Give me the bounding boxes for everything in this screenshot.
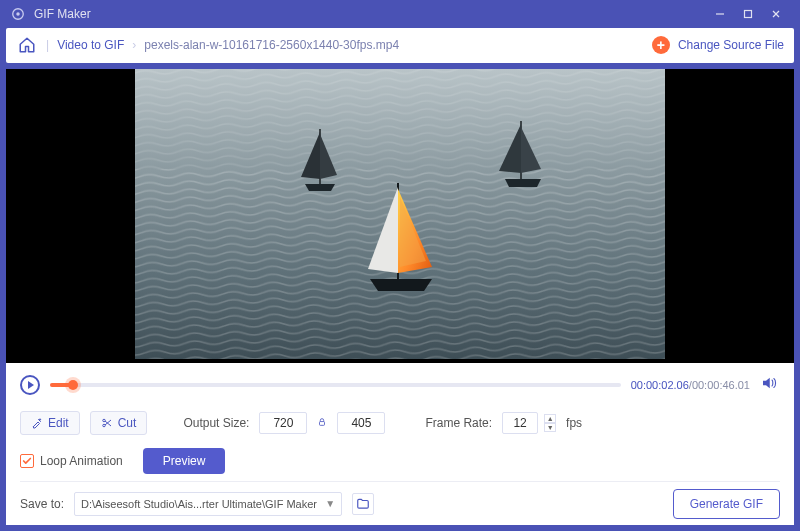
- change-source-button[interactable]: + Change Source File: [652, 36, 784, 54]
- bottom-panel: 00:00:02.06/00:00:46.01 Edit Cut Output …: [6, 363, 794, 525]
- svg-rect-15: [320, 422, 325, 426]
- output-size-label: Output Size:: [183, 416, 249, 430]
- frame-rate-label: Frame Rate:: [425, 416, 492, 430]
- close-button[interactable]: [762, 4, 790, 24]
- frame-rate-down[interactable]: ▼: [544, 423, 556, 432]
- change-source-label: Change Source File: [678, 38, 784, 52]
- play-button[interactable]: [20, 375, 40, 395]
- save-path-text: D:\Aiseesoft Studio\Ais...rter Ultimate\…: [81, 498, 317, 510]
- save-to-label: Save to:: [20, 497, 64, 511]
- loop-animation-checkbox[interactable]: Loop Animation: [20, 454, 123, 468]
- playbar: 00:00:02.06/00:00:46.01: [20, 371, 780, 399]
- volume-button[interactable]: [760, 374, 780, 396]
- cut-label: Cut: [118, 416, 137, 430]
- seek-thumb[interactable]: [68, 380, 78, 390]
- scissors-icon: [101, 417, 113, 429]
- height-input[interactable]: [337, 412, 385, 434]
- svg-point-1: [16, 12, 20, 16]
- plus-icon: +: [652, 36, 670, 54]
- generate-gif-button[interactable]: Generate GIF: [673, 489, 780, 519]
- lock-aspect-button[interactable]: [317, 416, 327, 430]
- app-title: GIF Maker: [34, 7, 91, 21]
- edit-label: Edit: [48, 416, 69, 430]
- frame-rate-input[interactable]: [502, 412, 538, 434]
- wand-icon: [31, 417, 43, 429]
- cut-button[interactable]: Cut: [90, 411, 148, 435]
- timecode: 00:00:02.06/00:00:46.01: [631, 379, 750, 391]
- app-logo-icon: [10, 6, 26, 22]
- chevron-down-icon: ▼: [325, 498, 335, 509]
- play-icon: [28, 381, 34, 389]
- controls-row: Edit Cut Output Size: Frame Rate: ▲ ▼ fp…: [20, 403, 780, 443]
- options-row: Loop Animation Preview: [20, 443, 780, 479]
- home-button[interactable]: [16, 34, 38, 56]
- breadcrumb-filename: pexels-alan-w-10161716-2560x1440-30fps.m…: [144, 38, 399, 52]
- checkbox-icon: [20, 454, 34, 468]
- frame-rate-spinner: ▲ ▼: [544, 414, 556, 432]
- edit-button[interactable]: Edit: [20, 411, 80, 435]
- loop-label-text: Loop Animation: [40, 454, 123, 468]
- chevron-right-icon: ›: [132, 38, 136, 52]
- preview-button[interactable]: Preview: [143, 448, 226, 474]
- save-path-dropdown[interactable]: D:\Aiseesoft Studio\Ais...rter Ultimate\…: [74, 492, 342, 516]
- app-window: GIF Maker | Video to GIF › pexels-alan-w…: [0, 0, 800, 531]
- svg-rect-3: [745, 10, 752, 17]
- open-folder-button[interactable]: [352, 493, 374, 515]
- breadcrumb-mode[interactable]: Video to GIF: [57, 38, 124, 52]
- save-row: Save to: D:\Aiseesoft Studio\Ais...rter …: [20, 481, 780, 525]
- video-canvas[interactable]: [135, 69, 665, 363]
- seek-slider[interactable]: [50, 383, 621, 387]
- minimize-button[interactable]: [706, 4, 734, 24]
- video-preview-area: [6, 69, 794, 363]
- frame-rate-up[interactable]: ▲: [544, 414, 556, 423]
- maximize-button[interactable]: [734, 4, 762, 24]
- time-current: 00:00:02.06: [631, 379, 689, 391]
- time-total: 00:00:46.01: [692, 379, 750, 391]
- breadcrumb-separator: |: [46, 38, 49, 52]
- fps-label: fps: [566, 416, 582, 430]
- width-input[interactable]: [259, 412, 307, 434]
- toolbar: | Video to GIF › pexels-alan-w-10161716-…: [6, 28, 794, 63]
- titlebar: GIF Maker: [0, 0, 800, 28]
